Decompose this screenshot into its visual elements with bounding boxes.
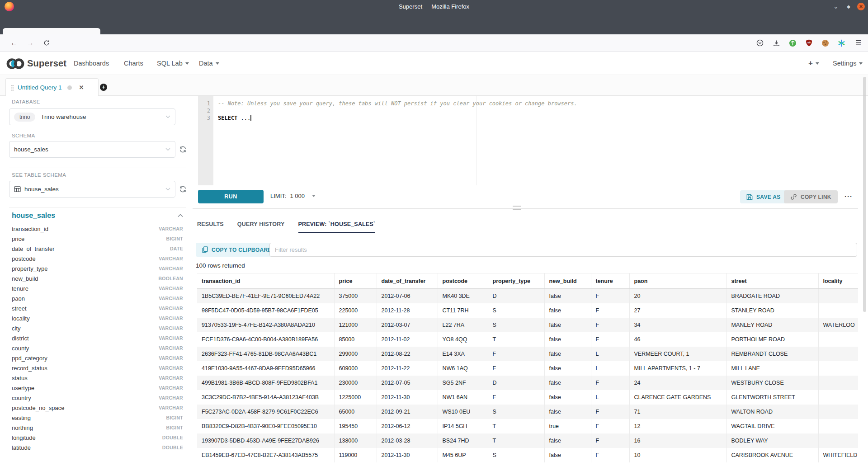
column-header[interactable]: locality bbox=[818, 273, 858, 289]
column-type: BIGINT bbox=[166, 425, 183, 430]
schema-column-row[interactable]: latitudeDOUBLE bbox=[12, 443, 183, 452]
database-select[interactable]: trino Trino warehouse bbox=[9, 108, 175, 125]
ublock-shield-icon[interactable]: u0 bbox=[802, 37, 816, 49]
reload-button[interactable] bbox=[40, 37, 53, 49]
cookie-icon[interactable] bbox=[818, 37, 832, 49]
table-cell: false bbox=[544, 289, 591, 303]
nav-item-sql-lab[interactable]: SQL Lab bbox=[157, 60, 189, 67]
add-new-button[interactable]: + bbox=[808, 59, 819, 68]
schema-column-row[interactable]: ppd_categoryVARCHAR bbox=[12, 353, 183, 363]
table-cell: 2012-09-21 bbox=[377, 405, 438, 419]
column-header[interactable]: date_of_transfer bbox=[377, 273, 438, 289]
schema-column-row[interactable]: cityVARCHAR bbox=[12, 323, 183, 333]
schema-column-row[interactable]: postcodeVARCHAR bbox=[12, 254, 183, 264]
preview-table-container[interactable]: transaction_idpricedate_of_transferpostc… bbox=[197, 273, 858, 471]
schema-column-row[interactable]: localityVARCHAR bbox=[12, 313, 183, 323]
run-button[interactable]: RUN bbox=[198, 190, 264, 203]
schema-column-row[interactable]: streetVARCHAR bbox=[12, 303, 183, 313]
schema-column-row[interactable]: new_buildBOOLEAN bbox=[12, 273, 183, 283]
schema-column-row[interactable]: usertypeVARCHAR bbox=[12, 383, 183, 393]
column-header[interactable]: property_type bbox=[488, 273, 544, 289]
table-cell: M45 6UP bbox=[438, 448, 488, 462]
menu-hamburger-icon[interactable]: ☰ bbox=[852, 37, 865, 49]
drag-handle-icon[interactable] bbox=[11, 85, 13, 90]
add-query-tab-button[interactable]: + bbox=[100, 84, 107, 91]
chevron-down-icon bbox=[165, 188, 170, 191]
column-header[interactable]: price bbox=[334, 273, 377, 289]
extension-green-icon[interactable] bbox=[786, 37, 799, 49]
table-cell: false bbox=[544, 361, 591, 376]
table-cell: BB8320C9-D82B-4B37-90E0-9FEE05095E10 bbox=[197, 419, 334, 433]
app-navbar: Superset Dashboards Charts SQL Lab Data … bbox=[0, 52, 868, 75]
tab-query-history[interactable]: QUERY HISTORY bbox=[237, 216, 285, 233]
table-cell: 12 bbox=[629, 419, 726, 433]
copy-link-button[interactable]: COPY LINK bbox=[784, 190, 838, 203]
filter-results-input[interactable] bbox=[269, 243, 857, 257]
query-tab-close-icon[interactable]: ✕ bbox=[79, 84, 84, 91]
nav-item-charts[interactable]: Charts bbox=[124, 60, 143, 67]
back-button[interactable]: ← bbox=[7, 37, 21, 49]
column-name: usertype bbox=[12, 385, 34, 391]
table-cell: F bbox=[591, 405, 629, 419]
window-close-button[interactable]: ✕ bbox=[857, 3, 865, 10]
schema-column-row[interactable]: longitudeDOUBLE bbox=[12, 433, 183, 443]
line-number: 2 bbox=[199, 107, 210, 114]
chevron-up-icon[interactable] bbox=[178, 214, 183, 217]
schema-column-row[interactable]: tenureVARCHAR bbox=[12, 283, 183, 293]
query-tab-active[interactable]: Untitled Query 1 ✕ bbox=[5, 78, 99, 96]
link-icon bbox=[790, 193, 797, 200]
schema-column-row[interactable]: property_typeVARCHAR bbox=[12, 264, 183, 273]
schema-column-row[interactable]: countyVARCHAR bbox=[12, 343, 183, 353]
copy-to-clipboard-button[interactable]: COPY TO CLIPBOARD bbox=[196, 243, 278, 257]
schema-column-row[interactable]: transaction_idVARCHAR bbox=[12, 224, 183, 234]
nav-item-dashboards[interactable]: Dashboards bbox=[74, 60, 109, 67]
table-cell: 85000 bbox=[334, 332, 377, 347]
table-cell: MILL LANE bbox=[726, 361, 818, 376]
table-cell bbox=[818, 303, 858, 318]
table-select[interactable]: house_sales bbox=[9, 181, 175, 198]
limit-dropdown[interactable]: LIMIT: 1 000 bbox=[270, 193, 316, 199]
save-as-button[interactable]: SAVE AS bbox=[740, 190, 787, 203]
schema-column-row[interactable]: statusVARCHAR bbox=[12, 373, 183, 383]
schema-column-row[interactable]: countryVARCHAR bbox=[12, 393, 183, 403]
extension-asterisk-icon[interactable] bbox=[835, 37, 848, 49]
schema-column-row[interactable]: record_statusVARCHAR bbox=[12, 363, 183, 373]
schema-column-row[interactable]: postcode_no_spaceVARCHAR bbox=[12, 403, 183, 413]
sql-editor[interactable]: 1 2 3 -- Note: Unless you save your quer… bbox=[198, 96, 858, 185]
column-name: price bbox=[12, 236, 24, 242]
table-cell: 299000 bbox=[334, 347, 377, 361]
nav-item-data[interactable]: Data bbox=[199, 60, 219, 67]
more-actions-button[interactable]: ··· bbox=[842, 192, 855, 201]
column-header[interactable]: tenure bbox=[591, 273, 629, 289]
window-maximize-button[interactable]: ◆ bbox=[845, 2, 852, 11]
forward-button[interactable]: → bbox=[24, 37, 37, 49]
tab-preview-house-sales[interactable]: PREVIEW: `HOUSE_SALES` bbox=[298, 216, 376, 233]
column-header[interactable]: paon bbox=[629, 273, 726, 289]
tab-results[interactable]: RESULTS bbox=[197, 216, 224, 233]
table-cell: F bbox=[591, 332, 629, 347]
settings-menu[interactable]: Settings bbox=[833, 60, 863, 67]
column-header[interactable]: transaction_id bbox=[197, 273, 334, 289]
line-number: 3 bbox=[199, 114, 210, 122]
pocket-icon[interactable] bbox=[753, 37, 767, 49]
download-icon[interactable] bbox=[769, 37, 783, 49]
window-minimize-button[interactable]: ⌄ bbox=[833, 2, 839, 11]
page-scrollbar-thumb[interactable] bbox=[863, 77, 866, 312]
schema-select[interactable]: house_sales bbox=[9, 141, 175, 158]
pane-resize-handle[interactable] bbox=[513, 206, 521, 210]
column-header[interactable]: street bbox=[726, 273, 818, 289]
table-cell: WS10 0EU bbox=[438, 405, 488, 419]
schema-column-row[interactable]: districtVARCHAR bbox=[12, 333, 183, 343]
schema-column-row[interactable]: date_of_transferDATE bbox=[12, 244, 183, 254]
schema-column-row[interactable]: northingBIGINT bbox=[12, 423, 183, 433]
refresh-schema-icon[interactable] bbox=[179, 146, 187, 153]
schema-column-row[interactable]: eastingBIGINT bbox=[12, 413, 183, 423]
column-header[interactable]: new_build bbox=[544, 273, 591, 289]
svg-text:u0: u0 bbox=[807, 41, 811, 44]
table-schema-header[interactable]: house_sales bbox=[12, 212, 183, 220]
schema-column-row[interactable]: priceBIGINT bbox=[12, 234, 183, 244]
refresh-table-icon[interactable] bbox=[179, 185, 187, 193]
column-header[interactable]: postcode bbox=[438, 273, 488, 289]
brand-title[interactable]: Superset bbox=[27, 58, 66, 69]
schema-column-row[interactable]: paonVARCHAR bbox=[12, 293, 183, 303]
